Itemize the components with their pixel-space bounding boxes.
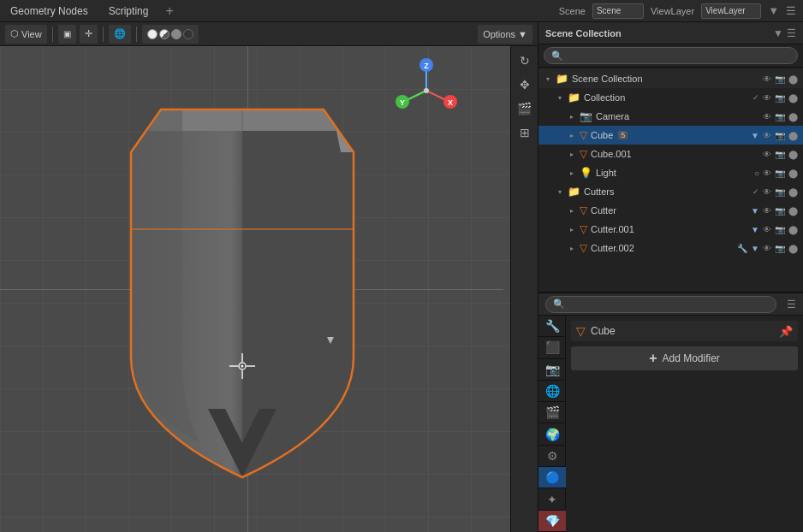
pin-icon[interactable]: 📌 <box>779 325 793 338</box>
cube-vis-icon[interactable]: 👁 <box>763 131 771 140</box>
cube-label: Cube <box>591 130 613 140</box>
tab-output[interactable]: 📷 <box>538 359 566 381</box>
cam-vis-icon[interactable]: 👁 <box>763 112 771 121</box>
cutters-vis-icon[interactable]: 👁 <box>763 187 771 197</box>
svg-point-17 <box>424 88 429 93</box>
tab-particles[interactable]: ✦ <box>538 488 566 510</box>
cube001-row[interactable]: ▽ Cube.001 👁 📷 ⬤ <box>538 145 803 163</box>
cutter001-vis-icon[interactable]: 👁 <box>763 225 771 234</box>
cutter001-row[interactable]: ▽ Cutter.001 ▼ 👁 📷 ⬤ <box>538 220 803 239</box>
light-label: Light <box>596 168 616 178</box>
cutter-cam-icon[interactable]: 📷 <box>775 206 785 216</box>
light-row[interactable]: 💡 Light ○ 👁 📷 ⬤ <box>538 163 803 182</box>
cutter001-label: Cutter.001 <box>591 224 634 234</box>
select-mode-button[interactable]: ▣ <box>58 25 76 44</box>
view-menu-button[interactable]: ⬡ View <box>5 25 47 44</box>
cutter-render-icon[interactable]: ⬤ <box>788 206 798 216</box>
scene-label: Scene <box>559 6 586 16</box>
col-cam-icon[interactable]: 📷 <box>775 93 785 103</box>
outliner-search-input[interactable] <box>567 50 790 61</box>
scene-collection-row[interactable]: 📁 Scene Collection 👁 📷 ⬤ <box>538 69 803 88</box>
scene-render-icon[interactable]: ⬤ <box>788 74 798 84</box>
tab-material[interactable]: 💎 <box>538 511 566 532</box>
cube-cam-icon[interactable]: 📷 <box>775 131 785 140</box>
light-filter-icon[interactable]: ○ <box>754 168 759 178</box>
add-modifier-button[interactable]: + Add Modifier <box>571 346 798 370</box>
cutter002-cam-icon[interactable]: 📷 <box>775 244 785 253</box>
filter-icon[interactable]: ▼ <box>768 4 779 17</box>
camera-row[interactable]: 📷 Camera 👁 📷 ⬤ <box>538 107 803 126</box>
menu-item-geometry-nodes[interactable]: Geometry Nodes <box>7 3 92 19</box>
cutter001-filter-icon[interactable]: ▼ <box>751 225 759 234</box>
cutter002-row[interactable]: ▽ Cutter.002 🔧 ▼ 👁 📷 ⬤ <box>538 239 803 257</box>
cutter001-cam-icon[interactable]: 📷 <box>775 225 785 234</box>
cube001-cam-icon[interactable]: 📷 <box>775 150 785 159</box>
tab-active-tool[interactable]: 🔧 <box>538 316 566 337</box>
cutters-render-icon[interactable]: ⬤ <box>788 187 798 197</box>
navigation-gizmo[interactable]: Z X Y <box>392 56 461 125</box>
menu-item-scripting[interactable]: Scripting <box>105 3 152 19</box>
tab-render[interactable]: ⬛ <box>538 337 566 358</box>
collection-row[interactable]: 📁 Collection ✓ 👁 📷 ⬤ <box>538 88 803 107</box>
cube-row[interactable]: ▽ Cube 5 ▼ 👁 📷 ⬤ <box>538 126 803 145</box>
light-vis-icon[interactable]: 👁 <box>763 168 771 178</box>
tab-view-layer[interactable]: 🌐 <box>538 381 566 402</box>
cutter001-render-icon[interactable]: ⬤ <box>788 225 798 234</box>
outliner-settings-icon[interactable]: ☰ <box>787 27 796 39</box>
scene-chevron <box>544 74 552 83</box>
options-label: Options ▼ <box>483 29 527 39</box>
cube001-vis-icon[interactable]: 👁 <box>763 150 771 159</box>
light-cam-icon[interactable]: 📷 <box>775 168 785 178</box>
viewport-canvas[interactable]: Z X Y ↻ ✥ 🎬 ⊞ <box>0 46 538 532</box>
tab-scene[interactable]: 🎬 <box>538 402 566 423</box>
tab-modifier[interactable]: 🔵 <box>538 467 566 488</box>
cam-render-icon[interactable]: ⬤ <box>788 112 798 121</box>
light-render-icon[interactable]: ⬤ <box>788 168 798 178</box>
add-tab-button[interactable]: + <box>165 3 173 19</box>
props-options-icon[interactable]: ☰ <box>787 299 796 310</box>
select-icon: ▣ <box>63 29 71 38</box>
col-check[interactable]: ✓ <box>752 93 759 102</box>
cutter-vis-icon[interactable]: 👁 <box>763 206 771 216</box>
viewport-toolbar: ⬡ View ▣ ✛ 🌐 <box>0 22 538 46</box>
cube-filter-icon[interactable]: ▼ <box>751 131 759 140</box>
cube001-chevron <box>568 150 576 158</box>
cutter002-filter-icon[interactable]: ▼ <box>751 244 759 253</box>
cutter002-filter2-icon[interactable]: 🔧 <box>737 244 747 253</box>
cam-cam-icon[interactable]: 📷 <box>775 112 785 121</box>
grid-view-button[interactable]: ⊞ <box>514 121 536 144</box>
tab-world[interactable]: 🌍 <box>538 423 566 445</box>
overlay-button[interactable]: 🌐 <box>109 25 131 44</box>
col-vis-icon[interactable]: 👁 <box>763 93 771 103</box>
tab-object[interactable]: ⚙ <box>538 446 566 467</box>
props-search-icon: 🔍 <box>553 299 565 310</box>
scene-vis-icon[interactable]: 👁 <box>763 74 771 84</box>
viewport-shading-button[interactable] <box>142 25 199 44</box>
camera-view-button[interactable]: 🎬 <box>514 98 536 120</box>
svg-text:Y: Y <box>400 98 405 107</box>
cutter-row[interactable]: ▽ Cutter ▼ 👁 📷 ⬤ <box>538 201 803 220</box>
col-render-icon[interactable]: ⬤ <box>788 93 798 103</box>
props-search-input[interactable] <box>568 299 769 310</box>
cutter-filter-icon[interactable]: ▼ <box>751 206 759 216</box>
collection-label: Collection <box>584 92 625 103</box>
cutter002-icon: ▽ <box>580 242 587 254</box>
viewlayer-selector[interactable]: ViewLayer <box>701 3 761 19</box>
outliner-filter-icon[interactable]: ▼ <box>773 27 783 39</box>
cube001-render-icon[interactable]: ⬤ <box>788 150 798 159</box>
cutter002-vis-icon[interactable]: 👁 <box>763 244 771 253</box>
pan-view-button[interactable]: ✥ <box>514 74 536 96</box>
viewport-nav-button[interactable]: ✛ <box>80 25 98 44</box>
rotate-view-button[interactable]: ↻ <box>514 50 536 72</box>
separator-1 <box>52 27 53 42</box>
cutters-row[interactable]: 📁 Cutters ✓ 👁 📷 ⬤ <box>538 182 803 201</box>
cutters-cam-icon[interactable]: 📷 <box>775 187 785 197</box>
options-button[interactable]: Options ▼ <box>478 25 532 44</box>
cube-render-icon[interactable]: ⬤ <box>788 131 798 140</box>
scene-selector[interactable]: Scene <box>592 3 644 19</box>
settings-icon[interactable]: ☰ <box>786 4 796 17</box>
cube001-icons: 👁 📷 ⬤ <box>763 150 798 159</box>
cutter002-render-icon[interactable]: ⬤ <box>788 244 798 253</box>
scene-cam-icon[interactable]: 📷 <box>775 74 785 84</box>
cutters-check[interactable]: ✓ <box>752 187 759 196</box>
